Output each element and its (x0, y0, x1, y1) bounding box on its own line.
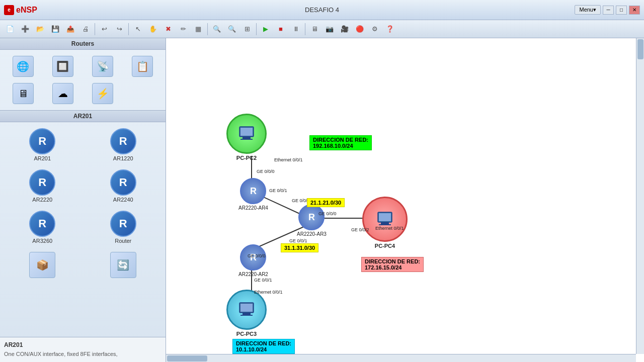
device-ar1220[interactable]: R AR1220 (85, 126, 162, 163)
svg-rect-15 (379, 224, 391, 225)
iface-ge002-ar3: GE 0/0/2 (351, 227, 369, 232)
tb-play[interactable]: ▶ (259, 22, 273, 36)
pc-pc2-label: PC-PC2 (236, 155, 257, 161)
ar2220-label: AR2220 (32, 197, 52, 203)
tb-zoom-out[interactable]: 🔍 (225, 22, 239, 36)
net-label-10: DIRECCION DE RED: 10.1.10.0/24 (232, 339, 295, 354)
menu-button[interactable]: Menu▾ (575, 5, 601, 15)
device-type-router[interactable]: 🌐 (4, 54, 42, 79)
device-type-grid: 🌐 🔲 📡 📋 🖥 ☁ ⚡ (0, 50, 166, 110)
net-label-172-line2: 172.16.15.0/24 (365, 264, 420, 270)
main-layout: Routers 🌐 🔲 📡 📋 🖥 ☁ ⚡ (0, 38, 644, 362)
tb-select[interactable]: ↖ (131, 22, 145, 36)
router-icon-item: R (110, 211, 136, 237)
pc-pc3-icon (226, 290, 267, 330)
router-type-icon: 🌐 (13, 56, 34, 77)
ar3260-label: AR3260 (32, 238, 52, 244)
tb-huawei[interactable]: 🔴 (353, 22, 367, 36)
pc-pc4-node[interactable]: PC-PC4 (362, 197, 408, 249)
device-extra1[interactable]: 📦 (4, 250, 81, 281)
tb-print[interactable]: 🖨 (78, 22, 93, 36)
device-ar201[interactable]: R AR201 (4, 126, 81, 163)
tb-draw[interactable]: ✏ (176, 22, 190, 36)
tb-new[interactable]: 📄 (3, 22, 17, 36)
device-list: R AR201 R AR1220 R AR2220 R AR2240 R A (0, 122, 166, 337)
net-label-192: DIRECCION DE RED: 192.168.10.0/24 (309, 135, 372, 150)
pc-pc3-node[interactable]: PC-PC3 (226, 290, 267, 337)
ar201-label: AR201 (34, 155, 51, 161)
minimize-button[interactable]: ─ (603, 6, 614, 15)
device-type-pc[interactable]: 🖥 (4, 81, 42, 106)
device-extra2[interactable]: 🔄 (85, 250, 162, 281)
device-ar3260[interactable]: R AR3260 (4, 209, 81, 246)
tb-text[interactable]: ▦ (191, 22, 205, 36)
logo-icon: e (4, 5, 14, 15)
iface-ge001-pc3: GE 0/0/1 (254, 278, 272, 283)
tb-screenshot[interactable]: 📷 (323, 22, 337, 36)
ar201-icon: R (29, 128, 55, 154)
tb-add[interactable]: ➕ (18, 22, 32, 36)
tb-save[interactable]: 💾 (48, 22, 62, 36)
tb-pause[interactable]: ⏸ (289, 22, 303, 36)
wireless-type-icon: 📡 (92, 56, 113, 77)
ar1220-icon: R (110, 128, 136, 154)
svg-rect-12 (240, 304, 253, 312)
device-type-cloud[interactable]: ☁ (44, 81, 82, 106)
ar4-node[interactable]: R AR2220-AR4 (238, 178, 268, 211)
ar2-label: AR2220-AR2 (238, 272, 268, 277)
device-ar2240[interactable]: R AR2240 (85, 167, 162, 205)
close-button[interactable]: ✕ (629, 6, 640, 15)
iface-ge001-ar2: GE 0/0/1 (289, 238, 307, 243)
svg-rect-14 (381, 222, 389, 224)
device-type-other[interactable]: 📋 (124, 54, 162, 79)
tb-fit[interactable]: ⊞ (240, 22, 254, 36)
iface-ge001-ar4: GE 0/0/1 (269, 188, 287, 193)
tb-open[interactable]: 📂 (33, 22, 47, 36)
other-type-icon: 📋 (132, 56, 153, 77)
tb-redo[interactable]: ↪ (112, 22, 126, 36)
ar2240-icon: R (110, 169, 136, 196)
svg-rect-11 (240, 315, 253, 316)
ar3260-icon: R (29, 211, 55, 237)
switch-type-icon: 🔲 (52, 56, 73, 77)
iface-eth001-pc4: Ethernet 0/0/1 (375, 226, 404, 231)
sub-header: AR201 (0, 110, 166, 122)
ar2-node[interactable]: R AR2220-AR2 (238, 244, 268, 277)
tb-hand[interactable]: ✋ (146, 22, 160, 36)
canvas-area[interactable]: PC-PC2 R AR2220-AR4 R AR2220-AR3 R AR222… (166, 38, 644, 362)
iface-ge000-ar3: GE 0/0/0 (318, 211, 337, 216)
net-label-21: 21.1.21.0/30 (307, 198, 345, 207)
toolbar-sep-2 (128, 23, 129, 35)
pc-pc4-label: PC-PC4 (375, 243, 395, 249)
tb-delete[interactable]: ✖ (161, 22, 175, 36)
tb-devices[interactable]: 🖥 (307, 22, 321, 36)
device-type-wireless[interactable]: 📡 (84, 54, 122, 79)
app-logo: e eNSP (4, 5, 37, 15)
extra1-icon: 📦 (29, 252, 55, 278)
tb-settings[interactable]: ⚙ (368, 22, 382, 36)
net-label-172: DIRECCION DE RED: 172.16.15.0/24 (361, 257, 424, 272)
tb-undo[interactable]: ↩ (97, 22, 111, 36)
maximize-button[interactable]: □ (616, 6, 627, 15)
net-label-192-line2: 192.168.10.0/24 (313, 143, 368, 149)
device-router[interactable]: R Router (85, 209, 162, 246)
tb-capture[interactable]: 🎥 (338, 22, 352, 36)
title-bar-controls: Menu▾ ─ □ ✕ (575, 5, 640, 15)
tb-export[interactable]: 📤 (63, 22, 77, 36)
net-label-31: 31.1.31.0/30 (281, 243, 318, 252)
ar2240-label: AR2240 (113, 197, 133, 203)
router-label: Router (115, 238, 131, 244)
ar3-node[interactable]: R AR2220-AR3 (297, 204, 327, 237)
title-bar-left: e eNSP (4, 5, 37, 15)
pc-pc2-node[interactable]: PC-PC2 (226, 114, 267, 161)
svg-rect-10 (243, 313, 251, 315)
device-ar2220[interactable]: R AR2220 (4, 167, 81, 205)
tb-help[interactable]: ❓ (383, 22, 397, 36)
tb-zoom-in[interactable]: 🔍 (210, 22, 224, 36)
device-type-switch[interactable]: 🔲 (44, 54, 82, 79)
ar4-icon: R (240, 178, 266, 204)
device-type-line[interactable]: ⚡ (84, 81, 122, 106)
ar3-label: AR2220-AR3 (297, 231, 327, 237)
tb-stop[interactable]: ■ (274, 22, 288, 36)
svg-rect-7 (240, 139, 253, 140)
